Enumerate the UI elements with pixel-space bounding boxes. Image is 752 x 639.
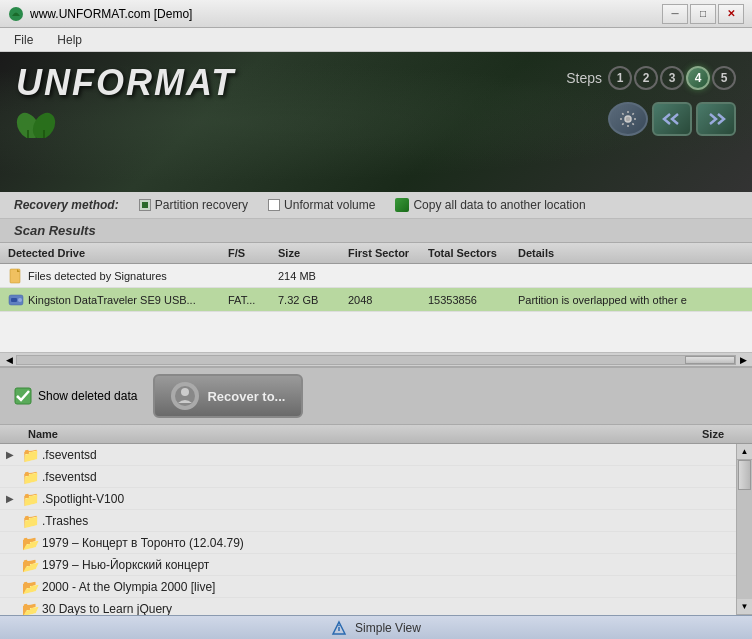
folder-icon-wrap: 📁 <box>20 491 40 507</box>
folder-icon: 📂 <box>22 579 39 595</box>
file-name: .Spotlight-V100 <box>40 492 648 506</box>
minimize-button[interactable]: ─ <box>662 4 688 24</box>
col-header-fs: F/S <box>228 247 278 259</box>
steps-label: Steps <box>566 70 602 86</box>
folder-icon: 📂 <box>22 557 39 573</box>
col-header-details: Details <box>518 247 744 259</box>
recover-svg <box>174 385 196 407</box>
scroll-thumb-v[interactable] <box>738 460 751 490</box>
app-icon <box>8 6 24 22</box>
step-4[interactable]: 4 <box>686 66 710 90</box>
step-1[interactable]: 1 <box>608 66 632 90</box>
titlebar-controls: ─ □ ✕ <box>662 4 744 24</box>
file-name: .fseventsd <box>40 448 648 462</box>
col-header-drive: Detected Drive <box>8 247 228 259</box>
step-2[interactable]: 2 <box>634 66 658 90</box>
settings-button[interactable] <box>608 102 648 136</box>
vertical-scrollbar[interactable]: ▲ ▼ <box>736 444 752 615</box>
titlebar-left: www.UNFORMAT.com [Demo] <box>8 6 192 22</box>
folder-icon-wrap: 📁 <box>20 513 40 529</box>
menu-help[interactable]: Help <box>51 31 88 49</box>
scan-table: Detected Drive F/S Size First Sector Tot… <box>0 242 752 367</box>
table-header: Detected Drive F/S Size First Sector Tot… <box>0 243 752 264</box>
scroll-right-btn[interactable]: ▶ <box>736 355 750 365</box>
recover-button[interactable]: Recover to... <box>153 374 303 418</box>
scroll-thumb[interactable] <box>685 356 735 364</box>
svg-rect-10 <box>11 298 17 302</box>
scroll-track[interactable] <box>16 355 736 365</box>
scroll-track-v[interactable] <box>737 460 752 599</box>
menubar: File Help <box>0 28 752 52</box>
list-item[interactable]: 📂 1979 – Нью-Йоркский концерт <box>0 554 736 576</box>
recovery-option-unformat-label: Unformat volume <box>284 198 375 212</box>
radio-unformat[interactable] <box>268 199 280 211</box>
logo-leaf <box>16 108 235 138</box>
scroll-left-btn[interactable]: ◀ <box>2 355 16 365</box>
list-item[interactable]: 📁 .fseventsd <box>0 466 736 488</box>
logo-text: UNFORMAT <box>16 62 235 104</box>
col-header-total: Total Sectors <box>428 247 518 259</box>
filelist-scroll: ▶ 📁 .fseventsd 📁 .fseventsd <box>0 444 736 615</box>
status-icon <box>331 620 347 636</box>
recovery-option-partition-label: Partition recovery <box>155 198 248 212</box>
status-text: Simple View <box>355 621 421 635</box>
radio-copyall[interactable] <box>395 198 409 212</box>
folder-icon-wrap: 📁 <box>20 447 40 463</box>
list-item[interactable]: 📂 30 Days to Learn jQuery <box>0 598 736 615</box>
col-header-first: First Sector <box>348 247 428 259</box>
list-item[interactable]: 📂 1979 – Концерт в Торонто (12.04.79) <box>0 532 736 554</box>
list-item[interactable]: ▶ 📁 .fseventsd <box>0 444 736 466</box>
row2-drive: Kingston DataTraveler SE9 USB... <box>28 294 196 306</box>
file-icon <box>8 268 24 284</box>
recover-label: Recover to... <box>207 389 285 404</box>
row1-drive: Files detected by Signatures <box>28 270 167 282</box>
steps-area: Steps 1 2 3 4 5 <box>566 66 736 136</box>
row2-total: 15353856 <box>428 294 518 306</box>
list-item[interactable]: 📂 2000 - At the Olympia 2000 [live] <box>0 576 736 598</box>
recovery-option-partition[interactable]: Partition recovery <box>139 198 248 212</box>
col-header-name: Name <box>28 428 664 440</box>
recovery-option-copyall[interactable]: Copy all data to another location <box>395 198 585 212</box>
expand-btn[interactable]: ▶ <box>0 449 20 460</box>
file-name: 1979 – Нью-Йоркский концерт <box>40 558 648 572</box>
radio-partition[interactable] <box>139 199 151 211</box>
folder-icon-wrap: 📂 <box>20 535 40 551</box>
folder-icon: 📂 <box>22 601 39 616</box>
table-empty-space <box>0 312 752 352</box>
recovery-option-unformat[interactable]: Unformat volume <box>268 198 375 212</box>
step-5[interactable]: 5 <box>712 66 736 90</box>
svg-point-16 <box>338 624 340 626</box>
scroll-up-btn[interactable]: ▲ <box>737 444 752 460</box>
svg-point-13 <box>181 388 189 396</box>
close-button[interactable]: ✕ <box>718 4 744 24</box>
scroll-down-btn[interactable]: ▼ <box>737 599 752 615</box>
row2-size: 7.32 GB <box>278 294 348 306</box>
filelist-wrapper: ▶ 📁 .fseventsd 📁 .fseventsd <box>0 444 752 615</box>
filelist-section: Name Size ▶ 📁 .fseventsd 📁 <box>0 425 752 615</box>
recovery-option-copyall-label: Copy all data to another location <box>413 198 585 212</box>
show-deleted-row[interactable]: Show deleted data <box>14 387 137 405</box>
step-3[interactable]: 3 <box>660 66 684 90</box>
folder-icon: 📁 <box>22 469 39 485</box>
recovery-bar: Recovery method: Partition recovery Unfo… <box>0 192 752 219</box>
table-row[interactable]: Kingston DataTraveler SE9 USB... FAT... … <box>0 288 752 312</box>
forward-button[interactable] <box>696 102 736 136</box>
list-item[interactable]: ▶ 📁 .Spotlight-V100 <box>0 488 736 510</box>
folder-icon: 📁 <box>22 513 39 529</box>
horizontal-scrollbar[interactable]: ◀ ▶ <box>0 352 752 366</box>
filelist-header: Name Size <box>0 425 752 444</box>
menu-file[interactable]: File <box>8 31 39 49</box>
table-row[interactable]: Files detected by Signatures 214 MB <box>0 264 752 288</box>
file-name: 1979 – Концерт в Торонто (12.04.79) <box>40 536 648 550</box>
expand-btn[interactable]: ▶ <box>0 493 20 504</box>
restore-button[interactable]: □ <box>690 4 716 24</box>
list-item[interactable]: 📁 .Trashes <box>0 510 736 532</box>
row1-size: 214 MB <box>278 270 348 282</box>
scan-section: Scan Results Detected Drive F/S Size Fir… <box>0 219 752 367</box>
svg-point-9 <box>18 298 22 302</box>
nav-buttons <box>608 102 736 136</box>
col-header-size: Size <box>278 247 348 259</box>
back-button[interactable] <box>652 102 692 136</box>
folder-icon-wrap: 📂 <box>20 579 40 595</box>
folder-icon-wrap: 📂 <box>20 601 40 616</box>
